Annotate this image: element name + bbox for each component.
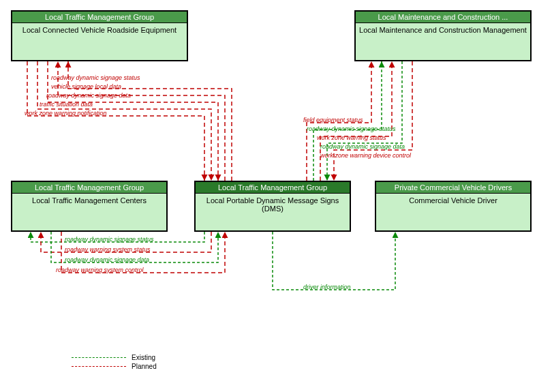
flow-label: roadway dynamic signage status — [51, 74, 140, 81]
node-header: Local Traffic Management Group — [12, 182, 166, 194]
flow-label: work zone warning device control — [320, 152, 411, 159]
legend: Existing Planned — [72, 352, 157, 372]
legend-label: Planned — [132, 363, 157, 370]
flow-label: roadway warning system status — [65, 246, 151, 253]
node-commercial-vehicle-driver[interactable]: Private Commercial Vehicle Drivers Comme… — [375, 181, 532, 232]
legend-line-existing-icon — [72, 357, 126, 358]
legend-row-existing: Existing — [72, 354, 157, 361]
legend-line-planned-icon — [72, 366, 126, 367]
flow-label: vehicle signage local data — [51, 83, 121, 90]
flow-label: field equipment status — [303, 117, 363, 123]
flow-label: roadway dynamic signage status — [65, 236, 154, 243]
legend-label: Existing — [132, 354, 155, 361]
node-body: Local Connected Vehicle Roadside Equipme… — [12, 23, 187, 59]
node-header: Local Traffic Management Group — [196, 182, 350, 194]
node-body: Commercial Vehicle Driver — [376, 194, 530, 230]
node-connected-vehicle-roadside[interactable]: Local Traffic Management Group Local Con… — [11, 10, 188, 61]
node-traffic-management-centers[interactable]: Local Traffic Management Group Local Tra… — [11, 181, 168, 232]
flow-label: roadway warning system control — [56, 267, 144, 273]
node-body: Local Traffic Management Centers — [12, 194, 166, 230]
flow-label: work zone warning notification — [25, 110, 107, 117]
flow-label: roadway dynamic signage data — [46, 92, 131, 99]
node-body: Local Portable Dynamic Message Signs (DM… — [196, 194, 350, 230]
diagram-canvas: Local Traffic Management Group Local Con… — [0, 0, 537, 392]
node-header: Local Maintenance and Construction ... — [356, 12, 530, 23]
node-header: Local Traffic Management Group — [12, 12, 187, 23]
flow-label: roadway dynamic signage status — [307, 125, 396, 132]
flow-label: roadway dynamic signage data — [320, 143, 405, 150]
node-portable-dms[interactable]: Local Traffic Management Group Local Por… — [194, 181, 351, 232]
node-header: Private Commercial Vehicle Drivers — [376, 182, 530, 194]
flow-label: traffic situation data — [40, 101, 93, 108]
node-body: Local Maintenance and Construction Manag… — [356, 23, 530, 59]
legend-row-planned: Planned — [72, 363, 157, 370]
node-maintenance-construction[interactable]: Local Maintenance and Construction ... L… — [354, 10, 532, 61]
flow-label: work zone warning status — [317, 134, 386, 141]
flow-label: roadway dynamic signage data — [65, 256, 149, 263]
flow-label: driver information — [303, 284, 351, 290]
